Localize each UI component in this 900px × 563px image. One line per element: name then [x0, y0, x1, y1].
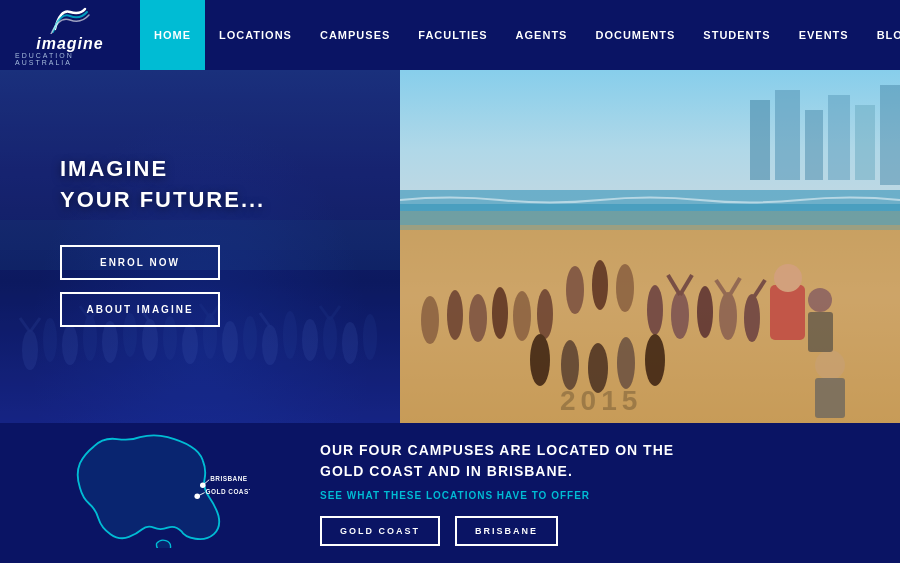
svg-point-50 — [697, 286, 713, 338]
nav-item-faculties[interactable]: FACULTIES — [404, 0, 501, 70]
svg-text:GOLD COAST: GOLD COAST — [206, 488, 250, 495]
svg-point-45 — [566, 266, 584, 314]
nav-item-documents[interactable]: DOCUMENTS — [581, 0, 689, 70]
svg-point-49 — [671, 291, 689, 339]
svg-point-57 — [645, 334, 665, 386]
crowd-right-svg: 2015 — [400, 70, 900, 423]
hero-text-overlay: IMAGINE YOUR FUTURE... ENROL NOW ABOUT I… — [0, 70, 400, 423]
brisbane-button[interactable]: BRISBANE — [455, 516, 558, 546]
nav-item-students[interactable]: STUDENTS — [689, 0, 784, 70]
svg-rect-33 — [805, 110, 823, 180]
hero-title: IMAGINE YOUR FUTURE... — [60, 154, 400, 216]
logo-sub: EDUCATION AUSTRALIA — [15, 52, 125, 66]
hero-right-panel: 2015 — [400, 70, 900, 423]
svg-point-53 — [530, 334, 550, 386]
logo[interactable]: imagine EDUCATION AUSTRALIA — [0, 4, 140, 66]
svg-rect-35 — [855, 105, 875, 180]
svg-point-43 — [513, 291, 531, 341]
svg-point-39 — [421, 296, 439, 344]
enrol-now-button[interactable]: ENROL NOW — [60, 245, 220, 280]
svg-point-42 — [492, 287, 508, 339]
svg-point-46 — [592, 260, 608, 310]
svg-point-41 — [469, 294, 487, 342]
bottom-content: OUR FOUR CAMPUSES ARE LOCATED ON THE GOL… — [280, 440, 870, 546]
svg-point-56 — [617, 337, 635, 389]
logo-text: imagine — [36, 36, 103, 52]
svg-text:BRISBANE: BRISBANE — [210, 475, 248, 482]
about-imagine-button[interactable]: ABOUT IMAGINE — [60, 292, 220, 327]
svg-point-65 — [815, 350, 845, 380]
header: imagine EDUCATION AUSTRALIA HOME LOCATIO… — [0, 0, 900, 70]
svg-point-67 — [808, 288, 832, 312]
svg-rect-68 — [808, 312, 833, 352]
nav-item-events[interactable]: EVENTS — [785, 0, 863, 70]
australia-map-container: BRISBANE GOLD COAST — [30, 428, 280, 558]
svg-point-54 — [561, 340, 579, 390]
logo-icon — [45, 4, 95, 34]
svg-rect-36 — [880, 85, 900, 185]
nav-item-agents[interactable]: AGENTS — [502, 0, 582, 70]
svg-text:2015: 2015 — [560, 385, 642, 416]
australia-map-svg: BRISBANE GOLD COAST — [30, 428, 250, 548]
svg-point-47 — [616, 264, 634, 312]
hero-section: 2015 IMAGINE YOUR FUTURE... ENROL NOW AB… — [0, 70, 900, 423]
campuses-description: OUR FOUR CAMPUSES ARE LOCATED ON THE GOL… — [320, 440, 870, 482]
svg-rect-34 — [828, 95, 850, 180]
nav-item-campuses[interactable]: CAMPUSES — [306, 0, 404, 70]
gold-coast-button[interactable]: GOLD COAST — [320, 516, 440, 546]
main-nav: HOME LOCATIONS CAMPUSES FACULTIES AGENTS… — [140, 0, 900, 70]
svg-point-48 — [647, 285, 663, 335]
svg-point-40 — [447, 290, 463, 340]
nav-item-locations[interactable]: LOCATIONS — [205, 0, 306, 70]
nav-item-home[interactable]: HOME — [140, 0, 205, 70]
locations-subtitle: SEE WHAT THESE LOCATIONS HAVE TO OFFER — [320, 490, 870, 501]
svg-rect-63 — [770, 285, 805, 340]
svg-point-64 — [774, 264, 802, 292]
bottom-section: BRISBANE GOLD COAST OUR FOUR CAMPUSES AR… — [0, 423, 900, 563]
svg-rect-66 — [815, 378, 845, 418]
location-buttons: GOLD COAST BRISBANE — [320, 516, 870, 546]
svg-point-44 — [537, 289, 553, 339]
svg-rect-32 — [775, 90, 800, 180]
svg-point-52 — [744, 294, 760, 342]
svg-point-51 — [719, 292, 737, 340]
nav-item-blog[interactable]: BLOG — [863, 0, 900, 70]
svg-rect-37 — [400, 190, 900, 230]
svg-rect-31 — [750, 100, 770, 180]
